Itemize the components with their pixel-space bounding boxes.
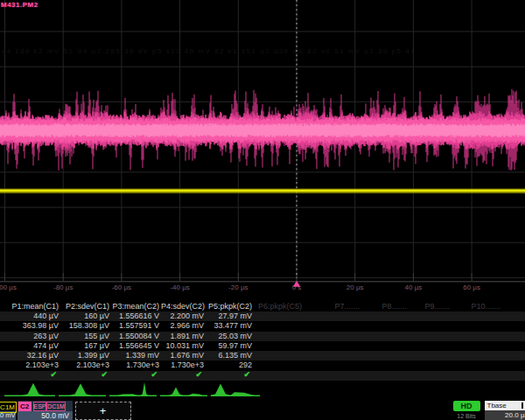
svg-text:-80 µs: -80 µs <box>53 284 73 291</box>
svg-text:40 µs: 40 µs <box>405 284 423 291</box>
svg-text:-40 µs: -40 µs <box>170 284 189 291</box>
svg-text:-100 µs: -100 µs <box>0 284 17 291</box>
svg-text:-60 µs: -60 µs <box>112 284 131 291</box>
svg-text:60 µs: 60 µs <box>463 284 480 291</box>
svg-text:-20 µs: -20 µs <box>228 284 248 291</box>
svg-text:20 µs: 20 µs <box>346 284 364 291</box>
